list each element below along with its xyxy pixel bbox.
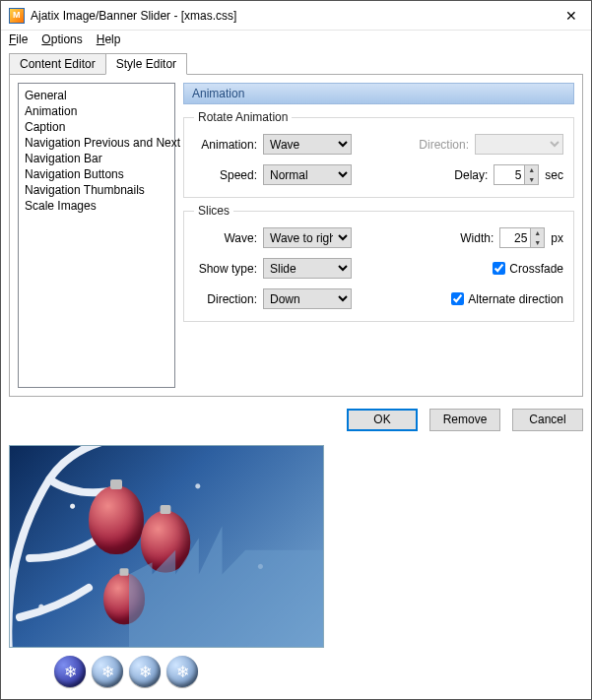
crossfade-checkbox[interactable]: Crossfade: [493, 262, 563, 276]
wave-label: Wave:: [194, 231, 257, 245]
window-title: Ajatix Image/Banner Slider - [xmas.css]: [31, 9, 552, 23]
width-unit: px: [551, 231, 563, 245]
showtype-select[interactable]: Slide: [263, 258, 352, 279]
speed-select[interactable]: Normal: [263, 164, 352, 185]
ok-button[interactable]: OK: [347, 409, 418, 431]
thumbnail-nav: ❄ ❄ ❄ ❄: [1, 656, 591, 699]
preview-image: [9, 445, 324, 648]
main-panel: General Animation Caption Navigation Pre…: [9, 74, 583, 397]
crossfade-label: Crossfade: [509, 262, 563, 276]
remove-button[interactable]: Remove: [429, 409, 500, 431]
delay-unit: sec: [545, 168, 563, 182]
slice-direction-label: Direction:: [194, 292, 257, 306]
spin-up-icon[interactable]: ▲: [525, 165, 538, 175]
cancel-button[interactable]: Cancel: [512, 409, 583, 431]
menu-file[interactable]: File: [9, 32, 28, 46]
spin-up-icon[interactable]: ▲: [531, 228, 544, 238]
thumb-1[interactable]: ❄: [54, 656, 86, 687]
width-input[interactable]: [500, 228, 530, 247]
alternate-input[interactable]: [451, 292, 464, 305]
animation-label: Animation:: [194, 138, 257, 152]
slice-direction-select[interactable]: Down: [263, 288, 352, 309]
list-item-caption[interactable]: Caption: [25, 119, 168, 135]
close-button[interactable]: ✕: [552, 1, 591, 31]
tab-style-editor[interactable]: Style Editor: [105, 53, 187, 75]
slices-group: Slices Wave: Wave to right Width: ▲▼ px …: [183, 204, 574, 322]
title-bar: Ajatix Image/Banner Slider - [xmas.css] …: [1, 1, 591, 31]
tab-bar: Content Editor Style Editor: [1, 53, 591, 75]
list-item-nav-bar[interactable]: Navigation Bar: [25, 151, 168, 166]
menu-help[interactable]: Help: [97, 32, 121, 46]
thumb-3[interactable]: ❄: [129, 656, 161, 687]
spin-down-icon[interactable]: ▼: [531, 238, 544, 248]
rotate-animation-group: Rotate Animation Animation: Wave Directi…: [183, 110, 574, 198]
speed-label: Speed:: [194, 168, 257, 182]
rotate-legend: Rotate Animation: [194, 110, 292, 124]
thumb-2[interactable]: ❄: [92, 656, 123, 687]
delay-label: Delay:: [425, 168, 488, 182]
slices-legend: Slices: [194, 204, 233, 218]
section-header: Animation: [183, 83, 574, 104]
list-item-general[interactable]: General: [25, 88, 168, 103]
menu-bar: File Options Help: [1, 31, 591, 52]
list-item-scale-images[interactable]: Scale Images: [25, 198, 168, 214]
list-item-nav-prev-next[interactable]: Navigation Previous and Next: [25, 135, 168, 151]
alternate-checkbox[interactable]: Alternate direction: [451, 292, 563, 306]
tab-content-editor[interactable]: Content Editor: [9, 53, 106, 75]
width-label: Width:: [430, 231, 493, 245]
direction-select: [475, 134, 563, 155]
thumb-4[interactable]: ❄: [166, 656, 198, 687]
menu-options[interactable]: Options: [41, 32, 82, 46]
width-spinner[interactable]: ▲▼: [499, 227, 545, 248]
category-list[interactable]: General Animation Caption Navigation Pre…: [18, 83, 175, 388]
list-item-animation[interactable]: Animation: [25, 103, 168, 119]
ornament-icon: [89, 485, 144, 554]
wave-select[interactable]: Wave to right: [263, 227, 352, 248]
list-item-nav-thumbnails[interactable]: Navigation Thumbnails: [25, 182, 168, 198]
app-icon: [9, 8, 25, 24]
delay-spinner[interactable]: ▲▼: [493, 164, 539, 185]
crossfade-input[interactable]: [493, 262, 505, 275]
spin-down-icon[interactable]: ▼: [525, 175, 538, 185]
settings-pane: Animation Rotate Animation Animation: Wa…: [183, 83, 574, 388]
alternate-label: Alternate direction: [468, 292, 563, 306]
direction-label: Direction:: [406, 138, 469, 152]
list-item-nav-buttons[interactable]: Navigation Buttons: [25, 166, 168, 182]
showtype-label: Show type:: [194, 262, 257, 276]
dialog-buttons: OK Remove Cancel: [1, 397, 591, 441]
animation-select[interactable]: Wave: [263, 134, 352, 155]
delay-input[interactable]: [494, 165, 524, 184]
